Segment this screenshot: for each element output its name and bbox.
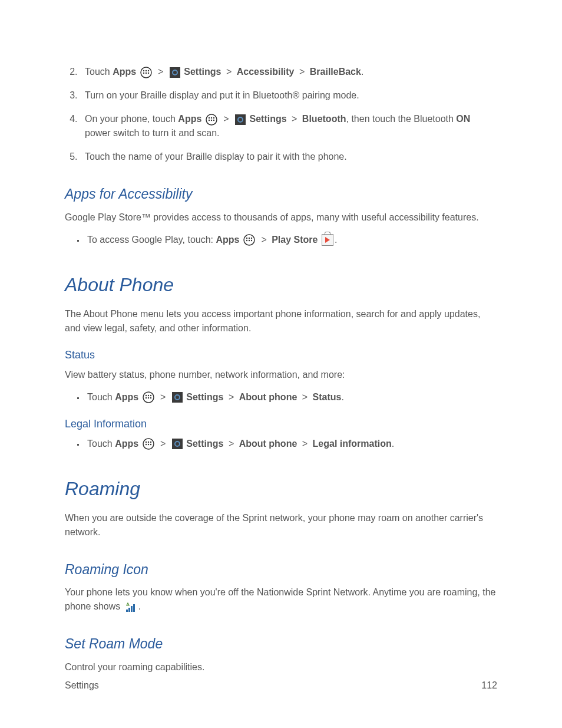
svg-point-26 — [147, 397, 148, 398]
svg-rect-39 — [133, 604, 135, 612]
text: Turn on your Braille display and put it … — [85, 90, 359, 100]
svg-point-6 — [147, 73, 148, 74]
svg-point-10 — [213, 117, 214, 118]
svg-marker-35 — [127, 603, 129, 605]
list-item: Touch Apps > Settings > About phone > Le… — [85, 437, 497, 451]
svg-point-13 — [213, 120, 214, 121]
paragraph: Google Play Store™ provides access to th… — [65, 210, 497, 225]
paragraph: View battery status, phone number, netwo… — [65, 368, 497, 382]
apps-label: Apps — [113, 67, 136, 77]
text: . — [335, 235, 337, 245]
text: . — [138, 601, 141, 611]
bullet-list: To access Google Play, touch: Apps > Pla… — [65, 233, 497, 247]
page-footer: Settings 112 — [65, 678, 497, 693]
svg-rect-37 — [128, 608, 130, 612]
text: Touch the name of your Braille display t… — [85, 151, 347, 162]
apps-label: Apps — [115, 392, 138, 402]
paragraph: The About Phone menu lets you access imp… — [65, 307, 497, 335]
svg-point-23 — [147, 395, 148, 396]
svg-point-22 — [145, 395, 146, 396]
text: Touch — [85, 67, 113, 77]
separator: > — [160, 392, 166, 402]
svg-rect-38 — [131, 606, 133, 612]
settings-icon — [172, 439, 183, 449]
about-phone-label: About phone — [239, 392, 297, 402]
legal-info-label: Legal information — [313, 439, 392, 449]
text: , then touch the Bluetooth — [346, 114, 457, 124]
apps-label: Apps — [115, 439, 138, 449]
svg-point-1 — [143, 70, 144, 71]
text: Touch — [87, 439, 115, 449]
apps-label: Apps — [216, 235, 239, 245]
svg-point-19 — [249, 240, 250, 241]
paragraph: Your phone lets you know when you're off… — [65, 585, 497, 614]
svg-point-17 — [251, 238, 252, 239]
heading-roaming: Roaming — [65, 475, 497, 503]
svg-point-3 — [147, 70, 148, 71]
settings-icon — [235, 114, 246, 125]
separator: > — [229, 392, 234, 402]
accessibility-label: Accessibility — [237, 67, 295, 77]
separator: > — [158, 67, 163, 77]
svg-point-25 — [145, 397, 146, 398]
text: power switch to turn it and scan. — [85, 128, 220, 138]
separator: > — [160, 439, 166, 449]
text: Touch — [87, 392, 115, 402]
svg-point-31 — [150, 442, 151, 443]
separator: > — [302, 439, 308, 449]
heading-about-phone: About Phone — [65, 271, 497, 299]
svg-point-20 — [251, 240, 252, 241]
svg-point-33 — [147, 444, 148, 445]
about-phone-label: About phone — [239, 439, 297, 449]
svg-point-18 — [246, 240, 247, 241]
svg-point-2 — [145, 70, 146, 71]
list-item: To access Google Play, touch: Apps > Pla… — [85, 233, 497, 247]
heading-roaming-icon: Roaming Icon — [65, 559, 497, 580]
step-2: Touch Apps > Settings > Accessibility > … — [80, 65, 497, 79]
text: To access Google Play, touch: — [87, 235, 216, 245]
bluetooth-label: Bluetooth — [302, 114, 346, 124]
settings-icon — [170, 67, 180, 78]
svg-point-32 — [145, 444, 146, 445]
numbered-steps: Touch Apps > Settings > Accessibility > … — [65, 65, 497, 164]
separator: > — [292, 114, 297, 124]
paragraph: When you are outside the coverage of the… — [65, 511, 497, 539]
apps-icon — [143, 438, 154, 450]
text: . — [341, 392, 343, 402]
svg-point-24 — [150, 395, 151, 396]
svg-point-8 — [209, 117, 210, 118]
separator: > — [226, 67, 232, 77]
settings-label: Settings — [186, 439, 223, 449]
separator: > — [223, 114, 229, 124]
svg-point-12 — [211, 120, 212, 121]
svg-point-5 — [145, 73, 146, 74]
apps-label: Apps — [178, 114, 201, 124]
list-item: Touch Apps > Settings > About phone > St… — [85, 390, 497, 404]
svg-point-34 — [150, 444, 151, 445]
step-4: On your phone, touch Apps > Settings > B… — [80, 112, 497, 140]
heading-status: Status — [65, 347, 497, 363]
step-3: Turn on your Braille display and put it … — [80, 88, 497, 103]
separator: > — [299, 67, 305, 77]
svg-point-11 — [209, 120, 210, 121]
apps-icon — [206, 114, 217, 126]
text: . — [392, 439, 394, 449]
text: On your phone, touch — [85, 114, 178, 124]
heading-apps-accessibility: Apps for Accessibility — [65, 184, 497, 205]
play-store-icon — [322, 234, 333, 246]
svg-rect-36 — [126, 610, 128, 612]
settings-label: Settings — [184, 67, 221, 77]
separator: > — [229, 439, 234, 449]
on-label: ON — [456, 114, 470, 124]
play-store-label: Play Store — [272, 235, 318, 245]
bullet-list: Touch Apps > Settings > About phone > St… — [65, 390, 497, 404]
bullet-list: Touch Apps > Settings > About phone > Le… — [65, 437, 497, 451]
settings-label: Settings — [186, 392, 223, 402]
svg-point-9 — [211, 117, 212, 118]
apps-icon — [243, 234, 255, 246]
separator: > — [261, 235, 266, 245]
svg-point-15 — [246, 238, 247, 239]
roaming-icon — [124, 602, 137, 612]
heading-roam-mode: Set Roam Mode — [65, 634, 497, 654]
svg-point-16 — [249, 238, 250, 239]
